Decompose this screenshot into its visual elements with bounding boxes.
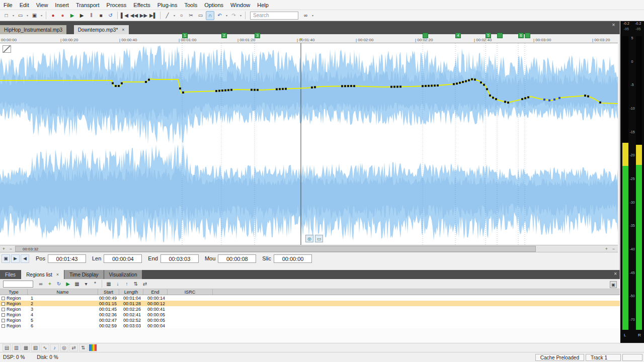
swap-regions-button[interactable]: ⇄ [141,280,149,288]
field-value-slic[interactable]: 00:00:00 [274,254,312,263]
scrollbar-thumb[interactable]: 00:03:32 [15,246,536,252]
close-panel-tab-icon[interactable]: × [56,272,59,277]
trim-button[interactable]: ▭ [196,11,205,20]
close-panel-icon[interactable]: × [614,271,617,277]
region-marker-flag-2[interactable]: 2 [221,33,227,38]
region-name-cell[interactable]: 3 [28,307,98,312]
region-marker-flag-x8[interactable] [525,33,530,38]
cut-button[interactable]: ✂ [187,11,195,20]
play-selection-button[interactable]: ▶ [11,254,20,263]
undo-button[interactable]: ↶ [215,11,224,20]
horizontal-scrollbar[interactable]: + − 00:03:32 + − [0,245,618,252]
play-region-button[interactable]: ▶ [64,280,72,288]
refresh-regions-button[interactable]: ↻ [55,280,63,288]
menu-help[interactable]: Help [254,1,272,9]
edit-tool-dropdown[interactable]: ▾ [173,11,176,20]
column-header-name[interactable]: Name [28,289,98,295]
find-button[interactable]: ∞ [301,11,310,20]
magnify-tool-button[interactable]: ○ [177,11,186,20]
audio-properties-icon[interactable]: ♪ [50,344,59,351]
region-marker-flag-x3[interactable] [423,33,428,38]
table-row[interactable]: Region200:01:1500:01:2800:00:12 [0,301,620,306]
field-value-len[interactable]: 00:00:04 [104,254,142,263]
display-mode-button[interactable]: ▦ [73,280,81,288]
undo-dropdown[interactable]: ▾ [225,11,228,20]
play-all-button[interactable]: ▶ [68,11,76,20]
region-checkbox[interactable] [2,324,5,328]
waveform-display[interactable]: ◎▭ [0,43,618,245]
region-checkbox[interactable] [2,302,5,306]
table-row[interactable]: Region100:00:4900:01:0400:00:14 [0,295,620,301]
document-tab-0[interactable]: HipHop_Instrumental.mp3 [0,25,66,34]
go-to-end-button[interactable]: ▶▌ [149,11,157,20]
region-marker-flag-6[interactable]: 6 [518,33,524,38]
column-header-type[interactable]: Type [0,289,28,295]
region-filter-input[interactable] [3,281,33,288]
redo-button[interactable]: ↷ [229,11,238,20]
region-checkbox[interactable] [2,313,5,317]
time-ruler[interactable]: 00:00:00| 00:00:20| 00:00:40| 00:01:00| … [0,34,618,43]
open-file-button[interactable]: ▭ [16,11,25,20]
cursor-marker-icon[interactable]: ▼ [299,37,303,42]
menu-plugins[interactable]: Plug-ins [154,1,181,9]
region-marker-flag-3[interactable]: 3 [255,33,260,38]
sort-regions-button[interactable]: ⇅ [132,280,140,288]
close-document-icon[interactable]: × [610,22,617,29]
column-header-end[interactable]: End [143,289,168,295]
region-checkbox[interactable] [2,319,5,322]
loop-playback-button[interactable]: ↺ [106,11,115,20]
column-header-length[interactable]: Length [119,289,143,295]
menu-view[interactable]: View [33,1,52,9]
menu-insert[interactable]: Insert [51,1,72,9]
menu-tools[interactable]: Tools [181,1,201,9]
go-to-start-button[interactable]: ▌◀ [120,11,129,20]
visualization-icon[interactable] [89,344,97,351]
column-header-start[interactable]: Start [98,289,119,295]
grid-view-button[interactable]: ▦ [105,280,113,288]
document-tab-1[interactable]: Downtempo.mp3*× [74,25,129,34]
snap-button[interactable]: ∩ [206,11,214,20]
monitor-icon[interactable]: ◎ [60,344,68,351]
redo-dropdown[interactable]: ▾ [239,11,243,20]
region-name-cell[interactable]: 1 [28,296,98,301]
arm-record-button[interactable]: ● [58,11,67,20]
move-region-down-button[interactable]: ↓ [114,280,122,288]
markers-panel-icon[interactable]: ▦ [22,344,30,351]
files-panel-icon[interactable]: ▤ [3,344,11,351]
menu-effects[interactable]: Effects [130,1,153,9]
region-checkbox[interactable] [2,308,5,311]
waveform-svg[interactable] [0,43,618,245]
event-tool-button[interactable]: ▣ [2,254,10,263]
field-value-pos[interactable]: 00:01:43 [48,254,86,263]
menu-options[interactable]: Options [201,1,227,9]
region-name-cell[interactable]: 5 [28,318,98,323]
play-cursor-button[interactable]: ◀ [21,254,29,263]
menu-edit[interactable]: Edit [16,1,33,9]
playlist-panel-icon[interactable]: ▧ [31,344,40,351]
column-header-isrc[interactable]: ISRC [168,289,213,295]
menu-file[interactable]: File [0,1,16,9]
edit-tool-button[interactable]: ╱ [163,11,172,20]
region-marker-flag-5[interactable]: 5 [486,33,491,38]
sync-icon[interactable]: ⇄ [69,344,78,351]
search-input[interactable] [250,12,298,20]
region-settings-button[interactable]: * [91,280,99,288]
field-value-end[interactable]: 00:03:03 [160,254,199,263]
region-marker-flag-x6[interactable] [497,33,503,38]
save-button[interactable]: ▣ [30,11,39,20]
rewind-button[interactable]: ◀◀ [130,11,138,20]
save-dropdown[interactable]: ▾ [40,11,43,20]
table-row[interactable]: Region400:02:3600:02:4100:00:05 [0,312,620,317]
move-region-up-button[interactable]: ↑ [123,280,131,288]
region-checkbox[interactable] [2,297,5,300]
field-value-mou[interactable]: 00:00:08 [218,254,256,263]
menu-window[interactable]: Window [227,1,254,9]
zoom-out-button-right[interactable]: − [610,246,617,252]
find-regions-button[interactable]: ∞ [37,280,45,288]
panel-tab-time-display[interactable]: Time Display [64,270,103,279]
region-marker-flag-4[interactable]: 4 [455,33,461,38]
record-button[interactable]: ● [49,11,57,20]
region-name-cell[interactable]: 6 [28,323,98,328]
find-dropdown[interactable]: ▾ [311,11,314,20]
waveform-view-icon[interactable]: ∿ [41,344,49,351]
